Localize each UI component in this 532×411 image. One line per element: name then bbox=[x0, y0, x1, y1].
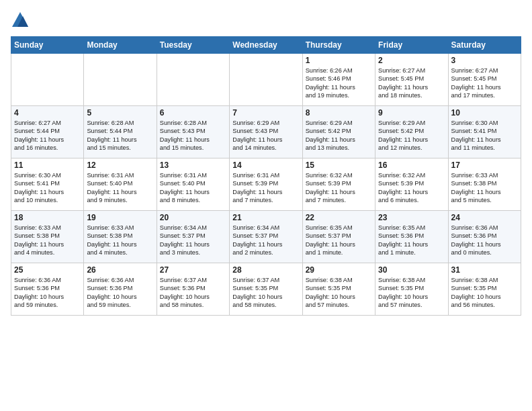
day-number: 14 bbox=[232, 161, 299, 170]
day-info: Sunrise: 6:33 AM Sunset: 5:38 PM Dayligh… bbox=[14, 224, 81, 257]
day-info: Sunrise: 6:27 AM Sunset: 5:45 PM Dayligh… bbox=[378, 66, 445, 100]
day-info: Sunrise: 6:34 AM Sunset: 5:37 PM Dayligh… bbox=[160, 224, 226, 257]
day-info: Sunrise: 6:37 AM Sunset: 5:36 PM Dayligh… bbox=[160, 276, 226, 310]
day-number: 9 bbox=[378, 108, 445, 118]
calendar-header-friday: Friday bbox=[375, 37, 448, 54]
calendar-cell bbox=[84, 54, 157, 106]
day-info: Sunrise: 6:27 AM Sunset: 5:44 PM Dayligh… bbox=[14, 119, 81, 152]
day-number: 31 bbox=[451, 265, 518, 275]
calendar-cell: 19Sunrise: 6:33 AM Sunset: 5:38 PM Dayli… bbox=[84, 211, 157, 263]
calendar-header-saturday: Saturday bbox=[448, 37, 521, 54]
day-info: Sunrise: 6:29 AM Sunset: 5:42 PM Dayligh… bbox=[378, 119, 445, 152]
logo-icon bbox=[11, 11, 30, 30]
day-info: Sunrise: 6:30 AM Sunset: 5:41 PM Dayligh… bbox=[14, 171, 81, 205]
calendar-cell: 9Sunrise: 6:29 AM Sunset: 5:42 PM Daylig… bbox=[375, 106, 448, 158]
day-info: Sunrise: 6:37 AM Sunset: 5:35 PM Dayligh… bbox=[232, 276, 299, 310]
calendar-cell: 14Sunrise: 6:31 AM Sunset: 5:39 PM Dayli… bbox=[230, 158, 302, 211]
calendar-cell: 21Sunrise: 6:34 AM Sunset: 5:37 PM Dayli… bbox=[230, 211, 302, 263]
day-number: 6 bbox=[160, 108, 226, 118]
calendar-cell: 25Sunrise: 6:36 AM Sunset: 5:36 PM Dayli… bbox=[11, 263, 84, 316]
calendar-cell: 24Sunrise: 6:36 AM Sunset: 5:36 PM Dayli… bbox=[448, 211, 521, 263]
day-info: Sunrise: 6:31 AM Sunset: 5:40 PM Dayligh… bbox=[160, 171, 226, 205]
calendar-cell: 5Sunrise: 6:28 AM Sunset: 5:44 PM Daylig… bbox=[84, 106, 157, 158]
day-number: 3 bbox=[451, 56, 518, 65]
day-number: 28 bbox=[232, 265, 299, 275]
calendar-week-2: 4Sunrise: 6:27 AM Sunset: 5:44 PM Daylig… bbox=[11, 106, 521, 158]
day-info: Sunrise: 6:27 AM Sunset: 5:45 PM Dayligh… bbox=[451, 66, 518, 100]
day-number: 20 bbox=[160, 213, 226, 222]
day-number: 25 bbox=[14, 265, 81, 275]
day-number: 22 bbox=[306, 213, 372, 222]
day-number: 18 bbox=[14, 213, 81, 222]
day-info: Sunrise: 6:26 AM Sunset: 5:46 PM Dayligh… bbox=[306, 66, 372, 100]
calendar-header-row: SundayMondayTuesdayWednesdayThursdayFrid… bbox=[11, 37, 521, 54]
day-number: 11 bbox=[14, 161, 81, 170]
day-number: 4 bbox=[14, 108, 81, 118]
calendar-header-wednesday: Wednesday bbox=[230, 37, 302, 54]
day-number: 19 bbox=[87, 213, 153, 222]
day-number: 17 bbox=[451, 161, 518, 170]
day-info: Sunrise: 6:32 AM Sunset: 5:39 PM Dayligh… bbox=[306, 171, 372, 205]
day-number: 29 bbox=[306, 265, 372, 275]
day-number: 24 bbox=[451, 213, 518, 222]
day-info: Sunrise: 6:28 AM Sunset: 5:43 PM Dayligh… bbox=[160, 119, 226, 152]
calendar-cell: 11Sunrise: 6:30 AM Sunset: 5:41 PM Dayli… bbox=[11, 158, 84, 211]
day-number: 16 bbox=[378, 161, 445, 170]
day-number: 12 bbox=[87, 161, 153, 170]
calendar-header-tuesday: Tuesday bbox=[157, 37, 229, 54]
calendar-table: SundayMondayTuesdayWednesdayThursdayFrid… bbox=[11, 36, 521, 316]
day-info: Sunrise: 6:29 AM Sunset: 5:42 PM Dayligh… bbox=[306, 119, 372, 152]
day-info: Sunrise: 6:38 AM Sunset: 5:35 PM Dayligh… bbox=[378, 276, 445, 310]
calendar-cell: 17Sunrise: 6:33 AM Sunset: 5:38 PM Dayli… bbox=[448, 158, 521, 211]
calendar-week-4: 18Sunrise: 6:33 AM Sunset: 5:38 PM Dayli… bbox=[11, 211, 521, 263]
calendar-cell: 30Sunrise: 6:38 AM Sunset: 5:35 PM Dayli… bbox=[375, 263, 448, 316]
calendar-cell: 8Sunrise: 6:29 AM Sunset: 5:42 PM Daylig… bbox=[302, 106, 375, 158]
day-info: Sunrise: 6:31 AM Sunset: 5:39 PM Dayligh… bbox=[232, 171, 299, 205]
day-number: 8 bbox=[306, 108, 372, 118]
calendar-cell: 7Sunrise: 6:29 AM Sunset: 5:43 PM Daylig… bbox=[230, 106, 302, 158]
calendar-cell: 22Sunrise: 6:35 AM Sunset: 5:37 PM Dayli… bbox=[302, 211, 375, 263]
calendar-cell: 27Sunrise: 6:37 AM Sunset: 5:36 PM Dayli… bbox=[157, 263, 229, 316]
calendar-cell: 16Sunrise: 6:32 AM Sunset: 5:39 PM Dayli… bbox=[375, 158, 448, 211]
day-number: 15 bbox=[306, 161, 372, 170]
day-info: Sunrise: 6:28 AM Sunset: 5:44 PM Dayligh… bbox=[87, 119, 153, 152]
day-info: Sunrise: 6:29 AM Sunset: 5:43 PM Dayligh… bbox=[232, 119, 299, 152]
calendar-cell: 10Sunrise: 6:30 AM Sunset: 5:41 PM Dayli… bbox=[448, 106, 521, 158]
calendar-cell: 12Sunrise: 6:31 AM Sunset: 5:40 PM Dayli… bbox=[84, 158, 157, 211]
day-number: 27 bbox=[160, 265, 226, 275]
day-info: Sunrise: 6:35 AM Sunset: 5:36 PM Dayligh… bbox=[378, 224, 445, 257]
calendar-cell: 15Sunrise: 6:32 AM Sunset: 5:39 PM Dayli… bbox=[302, 158, 375, 211]
day-number: 26 bbox=[87, 265, 153, 275]
day-number: 1 bbox=[306, 56, 372, 65]
day-number: 5 bbox=[87, 108, 153, 118]
day-info: Sunrise: 6:38 AM Sunset: 5:35 PM Dayligh… bbox=[306, 276, 372, 310]
day-number: 13 bbox=[160, 161, 226, 170]
calendar-header-monday: Monday bbox=[84, 37, 157, 54]
calendar-cell: 31Sunrise: 6:38 AM Sunset: 5:35 PM Dayli… bbox=[448, 263, 521, 316]
calendar-cell: 4Sunrise: 6:27 AM Sunset: 5:44 PM Daylig… bbox=[11, 106, 84, 158]
calendar-cell: 18Sunrise: 6:33 AM Sunset: 5:38 PM Dayli… bbox=[11, 211, 84, 263]
calendar-week-1: 1Sunrise: 6:26 AM Sunset: 5:46 PM Daylig… bbox=[11, 54, 521, 106]
day-info: Sunrise: 6:38 AM Sunset: 5:35 PM Dayligh… bbox=[451, 276, 518, 310]
day-number: 21 bbox=[232, 213, 299, 222]
calendar-cell: 1Sunrise: 6:26 AM Sunset: 5:46 PM Daylig… bbox=[302, 54, 375, 106]
calendar-cell: 20Sunrise: 6:34 AM Sunset: 5:37 PM Dayli… bbox=[157, 211, 229, 263]
day-info: Sunrise: 6:33 AM Sunset: 5:38 PM Dayligh… bbox=[87, 224, 153, 257]
calendar-cell: 29Sunrise: 6:38 AM Sunset: 5:35 PM Dayli… bbox=[302, 263, 375, 316]
day-number: 23 bbox=[378, 213, 445, 222]
day-info: Sunrise: 6:34 AM Sunset: 5:37 PM Dayligh… bbox=[232, 224, 299, 257]
calendar-cell bbox=[230, 54, 302, 106]
calendar-cell: 23Sunrise: 6:35 AM Sunset: 5:36 PM Dayli… bbox=[375, 211, 448, 263]
day-info: Sunrise: 6:36 AM Sunset: 5:36 PM Dayligh… bbox=[87, 276, 153, 310]
day-number: 10 bbox=[451, 108, 518, 118]
day-info: Sunrise: 6:35 AM Sunset: 5:37 PM Dayligh… bbox=[306, 224, 372, 257]
day-number: 30 bbox=[378, 265, 445, 275]
day-info: Sunrise: 6:30 AM Sunset: 5:41 PM Dayligh… bbox=[451, 119, 518, 152]
logo bbox=[11, 11, 31, 30]
calendar-header-thursday: Thursday bbox=[302, 37, 375, 54]
calendar-week-5: 25Sunrise: 6:36 AM Sunset: 5:36 PM Dayli… bbox=[11, 263, 521, 316]
calendar-cell: 13Sunrise: 6:31 AM Sunset: 5:40 PM Dayli… bbox=[157, 158, 229, 211]
calendar-cell: 6Sunrise: 6:28 AM Sunset: 5:43 PM Daylig… bbox=[157, 106, 229, 158]
day-info: Sunrise: 6:36 AM Sunset: 5:36 PM Dayligh… bbox=[14, 276, 81, 310]
calendar-cell: 26Sunrise: 6:36 AM Sunset: 5:36 PM Dayli… bbox=[84, 263, 157, 316]
